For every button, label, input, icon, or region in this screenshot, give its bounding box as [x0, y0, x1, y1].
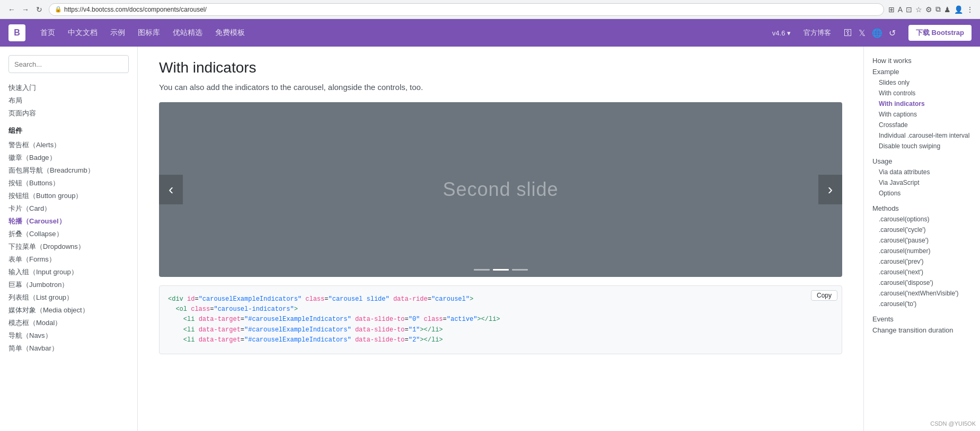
sidebar-item-buttons[interactable]: 按钮（Buttons）	[8, 177, 129, 190]
toc-via-js[interactable]: Via JavaScript	[879, 177, 972, 188]
globe-icon[interactable]: 🌐	[872, 28, 882, 38]
sidebar-item-card[interactable]: 卡片（Card）	[8, 202, 129, 215]
split-icon[interactable]: ⧉	[935, 5, 941, 14]
toc-carousel-dispose[interactable]: .carousel('dispose')	[879, 277, 972, 288]
page-layout: 快速入门 布局 页面内容 组件 警告框（Alerts） 徽章（Badge） 面包…	[0, 47, 980, 431]
search-input[interactable]	[8, 55, 129, 73]
sidebar-item-pagecontent[interactable]: 页面内容	[8, 107, 129, 120]
sidebar-item-alerts[interactable]: 警告框（Alerts）	[8, 139, 129, 151]
version-dropdown[interactable]: v4.6 ▾	[772, 29, 791, 37]
sidebar-item-jumbotron[interactable]: 巨幕（Jumbotron）	[8, 279, 129, 291]
toc-with-indicators[interactable]: With indicators	[879, 98, 972, 109]
toc-interval[interactable]: Individual .carousel-item interval	[879, 130, 972, 141]
nav-examples[interactable]: 示例	[110, 28, 125, 38]
toc-carousel-number[interactable]: .carousel(number)	[879, 246, 972, 256]
back-button[interactable]: ←	[6, 4, 17, 15]
sidebar-item-layout[interactable]: 布局	[8, 94, 129, 107]
toc-carousel-pause[interactable]: .carousel('pause')	[879, 235, 972, 246]
font-icon[interactable]: A	[898, 5, 903, 14]
refresh-button[interactable]: ↻	[34, 4, 45, 15]
toc-methods[interactable]: Methods	[872, 203, 972, 214]
download-button[interactable]: 下载 Bootstrap	[908, 25, 972, 41]
toc-carousel-options[interactable]: .carousel(options)	[879, 214, 972, 225]
address-bar[interactable]: 🔒 https://v4.bootcss.com/docs/components…	[49, 3, 884, 16]
code-line-4: <li data-target="#carouselExampleIndicat…	[168, 325, 833, 335]
sidebar-item-dropdowns[interactable]: 下拉菜单（Dropdowns）	[8, 240, 129, 253]
lock-icon: 🔒	[55, 6, 62, 13]
toc-disable-touch[interactable]: Disable touch swiping	[879, 141, 972, 151]
sidebar-item-forms[interactable]: 表单（Forms）	[8, 253, 129, 266]
settings-icon[interactable]: ⋮	[966, 5, 974, 14]
sidebar-item-badge[interactable]: 徽章（Badge）	[8, 151, 129, 164]
toc-with-captions[interactable]: With captions	[879, 109, 972, 120]
components-section-label: 组件	[8, 126, 129, 136]
sidebar-item-modal[interactable]: 模态框（Modal）	[8, 317, 129, 329]
sidebar-item-inputgroup[interactable]: 输入组（Input group）	[8, 266, 129, 279]
carousel-prev-button[interactable]: ‹	[159, 175, 183, 204]
sidebar-item-quickstart[interactable]: 快速入门	[8, 82, 129, 94]
right-sidebar-toc: How it works Example Slides only With co…	[863, 47, 980, 431]
toc-usage[interactable]: Usage	[872, 156, 972, 167]
carousel-next-button[interactable]: ›	[818, 175, 842, 204]
browser-toolbar-icons: ⊞ A ⊡ ☆ ⚙ ⧉ ♟ 👤 ⋮	[888, 5, 974, 14]
user-icon[interactable]: ♟	[944, 5, 951, 14]
toc-carousel-cycle[interactable]: .carousel('cycle')	[879, 225, 972, 235]
toc-change-transition[interactable]: Change transition duration	[872, 325, 972, 336]
toc-carousel-to[interactable]: .carousel('to')	[879, 299, 972, 309]
carousel-indicator-2[interactable]	[512, 269, 528, 271]
blog-link[interactable]: 官方博客	[804, 28, 831, 38]
sidebar-item-buttongroup[interactable]: 按钮组（Button group）	[8, 190, 129, 202]
copy-button[interactable]: Copy	[811, 290, 837, 301]
toc-how-it-works[interactable]: How it works	[872, 55, 972, 66]
sidebar-item-listgroup[interactable]: 列表组（List group）	[8, 291, 129, 304]
code-line-2: <ol class="carousel-indicators">	[168, 304, 833, 315]
code-line-3: <li data-target="#carouselExampleIndicat…	[168, 315, 833, 325]
carousel-demo: ‹ Second slide ›	[159, 102, 842, 277]
toc-carousel-prev[interactable]: .carousel('prev')	[879, 256, 972, 267]
left-sidebar: 快速入门 布局 页面内容 组件 警告框（Alerts） 徽章（Badge） 面包…	[0, 47, 138, 431]
toc-example[interactable]: Example	[872, 66, 972, 77]
toc-slides-only[interactable]: Slides only	[879, 77, 972, 88]
twitter-icon[interactable]: 𝕏	[859, 28, 866, 38]
carousel-indicator-0[interactable]	[474, 269, 490, 271]
nav-docs[interactable]: 中文文档	[68, 28, 98, 38]
toc-with-controls[interactable]: With controls	[879, 88, 972, 98]
browser-bar: ← → ↻ 🔒 https://v4.bootcss.com/docs/comp…	[0, 0, 980, 19]
social-icons: ⚿ 𝕏 🌐 ↺	[844, 28, 896, 38]
url-text: https://v4.bootcss.com/docs/components/c…	[64, 6, 207, 13]
sidebar-item-mediaobject[interactable]: 媒体对象（Media object）	[8, 304, 129, 317]
sidebar-item-carousel[interactable]: 轮播（Carousel）	[8, 215, 129, 228]
toc-crossfade[interactable]: Crossfade	[879, 120, 972, 130]
page-heading: With indicators	[159, 59, 842, 76]
toc-usage-sub: Via data attributes Via JavaScript Optio…	[872, 167, 972, 199]
toc-events[interactable]: Events	[872, 313, 972, 325]
screen-icon[interactable]: ⊡	[906, 5, 912, 14]
forward-button[interactable]: →	[20, 4, 31, 15]
star-icon[interactable]: ☆	[915, 5, 922, 14]
toc-options[interactable]: Options	[879, 188, 972, 199]
nav-home[interactable]: 首页	[40, 28, 55, 38]
carousel-slide-label: Second slide	[443, 178, 558, 201]
sidebar-item-navs[interactable]: 导航（Navs）	[8, 329, 129, 342]
main-content: With indicators You can also add the ind…	[138, 47, 863, 431]
puzzle-icon[interactable]: ⚙	[925, 5, 932, 14]
github-icon[interactable]: ⚿	[844, 28, 852, 38]
browser-nav-buttons: ← → ↻	[6, 4, 45, 15]
sidebar-item-collapse[interactable]: 折叠（Collapse）	[8, 228, 129, 240]
refresh-icon[interactable]: ↺	[889, 28, 896, 38]
nav-picks[interactable]: 优站精选	[173, 28, 202, 38]
code-block: Copy <div id="carouselExampleIndicators"…	[159, 285, 842, 354]
toc-methods-sub: .carousel(options) .carousel('cycle') .c…	[872, 214, 972, 309]
toc-carousel-nextwhenvisible[interactable]: .carousel('nextWhenVisible')	[879, 288, 972, 299]
toc-via-data[interactable]: Via data attributes	[879, 167, 972, 177]
toc-carousel-next[interactable]: .carousel('next')	[879, 267, 972, 277]
profile-icon[interactable]: 👤	[954, 5, 963, 14]
carousel-indicator-1[interactable]	[493, 269, 509, 271]
nav-icons[interactable]: 图标库	[138, 28, 160, 38]
nav-templates[interactable]: 免费模板	[215, 28, 245, 38]
sidebar-item-breadcrumb[interactable]: 面包屑导航（Breadcrumb）	[8, 164, 129, 177]
bootstrap-logo: B	[8, 24, 25, 41]
grid-icon[interactable]: ⊞	[888, 5, 895, 14]
code-line-1: <div id="carouselExampleIndicators" clas…	[168, 294, 833, 304]
sidebar-item-navbar[interactable]: 简单（Navbar）	[8, 342, 129, 355]
